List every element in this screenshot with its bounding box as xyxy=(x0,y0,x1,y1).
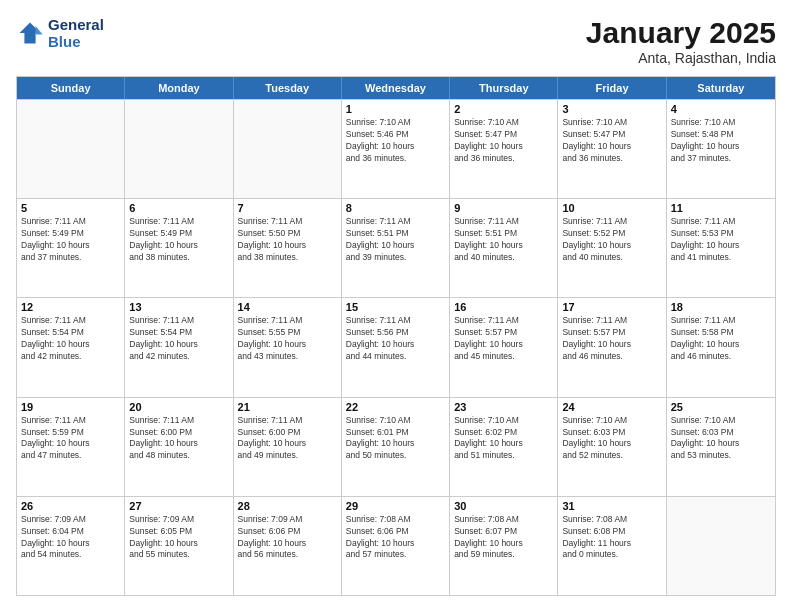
table-row: 3Sunrise: 7:10 AMSunset: 5:47 PMDaylight… xyxy=(558,100,666,198)
day-number: 26 xyxy=(21,500,120,512)
calendar-row: 5Sunrise: 7:11 AMSunset: 5:49 PMDaylight… xyxy=(17,198,775,297)
calendar-row: 12Sunrise: 7:11 AMSunset: 5:54 PMDayligh… xyxy=(17,297,775,396)
day-info: Sunrise: 7:10 AMSunset: 6:03 PMDaylight:… xyxy=(562,415,661,463)
day-number: 22 xyxy=(346,401,445,413)
day-number: 11 xyxy=(671,202,771,214)
day-info: Sunrise: 7:11 AMSunset: 5:56 PMDaylight:… xyxy=(346,315,445,363)
day-number: 17 xyxy=(562,301,661,313)
table-row: 11Sunrise: 7:11 AMSunset: 5:53 PMDayligh… xyxy=(667,199,775,297)
table-row: 19Sunrise: 7:11 AMSunset: 5:59 PMDayligh… xyxy=(17,398,125,496)
location: Anta, Rajasthan, India xyxy=(586,50,776,66)
table-row: 2Sunrise: 7:10 AMSunset: 5:47 PMDaylight… xyxy=(450,100,558,198)
calendar-row: 26Sunrise: 7:09 AMSunset: 6:04 PMDayligh… xyxy=(17,496,775,595)
day-info: Sunrise: 7:08 AMSunset: 6:07 PMDaylight:… xyxy=(454,514,553,562)
header: General Blue January 2025 Anta, Rajastha… xyxy=(16,16,776,66)
day-number: 16 xyxy=(454,301,553,313)
day-info: Sunrise: 7:11 AMSunset: 5:50 PMDaylight:… xyxy=(238,216,337,264)
weekday-header: Sunday xyxy=(17,77,125,99)
table-row: 16Sunrise: 7:11 AMSunset: 5:57 PMDayligh… xyxy=(450,298,558,396)
table-row: 7Sunrise: 7:11 AMSunset: 5:50 PMDaylight… xyxy=(234,199,342,297)
day-info: Sunrise: 7:10 AMSunset: 6:03 PMDaylight:… xyxy=(671,415,771,463)
weekday-header: Friday xyxy=(558,77,666,99)
page: General Blue January 2025 Anta, Rajastha… xyxy=(0,0,792,612)
day-number: 25 xyxy=(671,401,771,413)
weekday-header: Thursday xyxy=(450,77,558,99)
day-info: Sunrise: 7:11 AMSunset: 5:49 PMDaylight:… xyxy=(21,216,120,264)
day-number: 12 xyxy=(21,301,120,313)
day-number: 4 xyxy=(671,103,771,115)
day-info: Sunrise: 7:10 AMSunset: 5:48 PMDaylight:… xyxy=(671,117,771,165)
day-number: 14 xyxy=(238,301,337,313)
day-info: Sunrise: 7:11 AMSunset: 5:51 PMDaylight:… xyxy=(454,216,553,264)
table-row: 13Sunrise: 7:11 AMSunset: 5:54 PMDayligh… xyxy=(125,298,233,396)
logo-text: General Blue xyxy=(48,16,104,50)
svg-marker-1 xyxy=(36,26,43,34)
table-row: 6Sunrise: 7:11 AMSunset: 5:49 PMDaylight… xyxy=(125,199,233,297)
day-number: 2 xyxy=(454,103,553,115)
day-info: Sunrise: 7:11 AMSunset: 5:49 PMDaylight:… xyxy=(129,216,228,264)
table-row: 22Sunrise: 7:10 AMSunset: 6:01 PMDayligh… xyxy=(342,398,450,496)
day-number: 23 xyxy=(454,401,553,413)
table-row: 4Sunrise: 7:10 AMSunset: 5:48 PMDaylight… xyxy=(667,100,775,198)
table-row xyxy=(234,100,342,198)
calendar-body: 1Sunrise: 7:10 AMSunset: 5:46 PMDaylight… xyxy=(17,99,775,595)
day-number: 24 xyxy=(562,401,661,413)
day-info: Sunrise: 7:11 AMSunset: 5:59 PMDaylight:… xyxy=(21,415,120,463)
logo: General Blue xyxy=(16,16,104,50)
table-row: 27Sunrise: 7:09 AMSunset: 6:05 PMDayligh… xyxy=(125,497,233,595)
table-row: 30Sunrise: 7:08 AMSunset: 6:07 PMDayligh… xyxy=(450,497,558,595)
table-row: 25Sunrise: 7:10 AMSunset: 6:03 PMDayligh… xyxy=(667,398,775,496)
table-row: 31Sunrise: 7:08 AMSunset: 6:08 PMDayligh… xyxy=(558,497,666,595)
day-number: 30 xyxy=(454,500,553,512)
day-info: Sunrise: 7:09 AMSunset: 6:06 PMDaylight:… xyxy=(238,514,337,562)
month-title: January 2025 xyxy=(586,16,776,50)
day-info: Sunrise: 7:11 AMSunset: 5:57 PMDaylight:… xyxy=(562,315,661,363)
day-info: Sunrise: 7:09 AMSunset: 6:05 PMDaylight:… xyxy=(129,514,228,562)
table-row xyxy=(17,100,125,198)
table-row: 21Sunrise: 7:11 AMSunset: 6:00 PMDayligh… xyxy=(234,398,342,496)
table-row: 24Sunrise: 7:10 AMSunset: 6:03 PMDayligh… xyxy=(558,398,666,496)
day-info: Sunrise: 7:10 AMSunset: 6:01 PMDaylight:… xyxy=(346,415,445,463)
table-row: 20Sunrise: 7:11 AMSunset: 6:00 PMDayligh… xyxy=(125,398,233,496)
table-row: 12Sunrise: 7:11 AMSunset: 5:54 PMDayligh… xyxy=(17,298,125,396)
weekday-header: Saturday xyxy=(667,77,775,99)
table-row: 29Sunrise: 7:08 AMSunset: 6:06 PMDayligh… xyxy=(342,497,450,595)
table-row: 18Sunrise: 7:11 AMSunset: 5:58 PMDayligh… xyxy=(667,298,775,396)
table-row: 8Sunrise: 7:11 AMSunset: 5:51 PMDaylight… xyxy=(342,199,450,297)
day-number: 18 xyxy=(671,301,771,313)
table-row: 9Sunrise: 7:11 AMSunset: 5:51 PMDaylight… xyxy=(450,199,558,297)
table-row: 14Sunrise: 7:11 AMSunset: 5:55 PMDayligh… xyxy=(234,298,342,396)
day-number: 8 xyxy=(346,202,445,214)
weekday-header: Monday xyxy=(125,77,233,99)
table-row: 1Sunrise: 7:10 AMSunset: 5:46 PMDaylight… xyxy=(342,100,450,198)
calendar: SundayMondayTuesdayWednesdayThursdayFrid… xyxy=(16,76,776,596)
day-number: 1 xyxy=(346,103,445,115)
table-row: 17Sunrise: 7:11 AMSunset: 5:57 PMDayligh… xyxy=(558,298,666,396)
day-info: Sunrise: 7:11 AMSunset: 6:00 PMDaylight:… xyxy=(238,415,337,463)
day-number: 5 xyxy=(21,202,120,214)
weekday-header: Wednesday xyxy=(342,77,450,99)
calendar-row: 19Sunrise: 7:11 AMSunset: 5:59 PMDayligh… xyxy=(17,397,775,496)
day-number: 31 xyxy=(562,500,661,512)
day-info: Sunrise: 7:10 AMSunset: 5:46 PMDaylight:… xyxy=(346,117,445,165)
logo-icon xyxy=(16,19,44,47)
day-info: Sunrise: 7:11 AMSunset: 5:54 PMDaylight:… xyxy=(21,315,120,363)
day-info: Sunrise: 7:11 AMSunset: 5:52 PMDaylight:… xyxy=(562,216,661,264)
table-row xyxy=(667,497,775,595)
calendar-header: SundayMondayTuesdayWednesdayThursdayFrid… xyxy=(17,77,775,99)
day-info: Sunrise: 7:11 AMSunset: 5:58 PMDaylight:… xyxy=(671,315,771,363)
day-info: Sunrise: 7:11 AMSunset: 5:53 PMDaylight:… xyxy=(671,216,771,264)
day-number: 7 xyxy=(238,202,337,214)
day-info: Sunrise: 7:09 AMSunset: 6:04 PMDaylight:… xyxy=(21,514,120,562)
day-number: 13 xyxy=(129,301,228,313)
day-number: 10 xyxy=(562,202,661,214)
day-info: Sunrise: 7:11 AMSunset: 5:51 PMDaylight:… xyxy=(346,216,445,264)
day-number: 19 xyxy=(21,401,120,413)
day-info: Sunrise: 7:11 AMSunset: 6:00 PMDaylight:… xyxy=(129,415,228,463)
day-info: Sunrise: 7:10 AMSunset: 5:47 PMDaylight:… xyxy=(562,117,661,165)
day-number: 3 xyxy=(562,103,661,115)
day-info: Sunrise: 7:11 AMSunset: 5:55 PMDaylight:… xyxy=(238,315,337,363)
day-number: 27 xyxy=(129,500,228,512)
day-number: 6 xyxy=(129,202,228,214)
day-info: Sunrise: 7:11 AMSunset: 5:54 PMDaylight:… xyxy=(129,315,228,363)
